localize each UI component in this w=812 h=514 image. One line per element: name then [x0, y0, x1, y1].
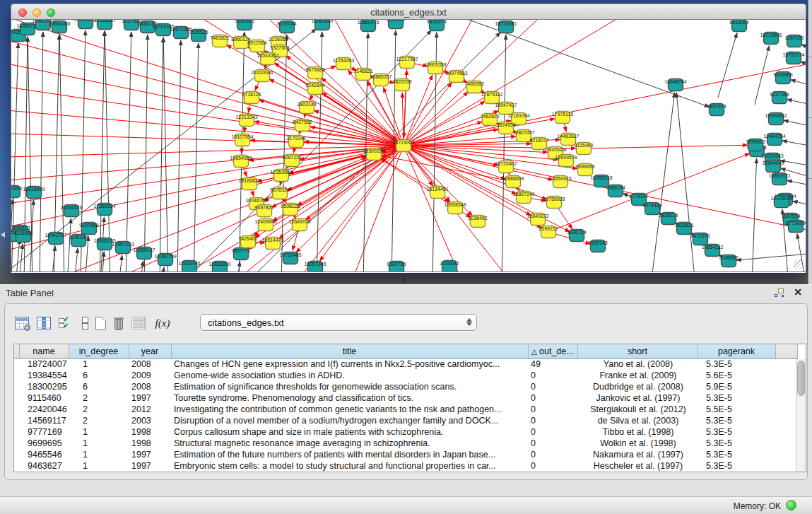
network-edge[interactable]	[247, 146, 404, 250]
cell-pagerank: 5.3E-5	[698, 438, 775, 449]
network-edge[interactable]	[801, 45, 806, 52]
network-edge[interactable]	[19, 244, 23, 272]
table-row[interactable]: 969969511998Structural magnetic resonanc…	[14, 438, 797, 449]
network-edge[interactable]	[676, 93, 695, 272]
column-header-title[interactable]: title	[171, 344, 528, 358]
network-edge[interactable]	[782, 141, 806, 147]
row-filler	[775, 449, 797, 460]
network-edge[interactable]	[11, 146, 404, 158]
network-node-label: 18107554	[231, 134, 253, 139]
table-settings-icon[interactable]	[15, 317, 29, 329]
dropdown-stepper-icon	[466, 317, 472, 327]
column-header-short[interactable]: short	[577, 344, 698, 358]
network-edge[interactable]	[161, 267, 164, 272]
network-edge[interactable]	[140, 261, 143, 272]
function-builder-icon[interactable]: f(x)	[153, 317, 172, 329]
column-header-in_degree[interactable]: in_degree	[69, 344, 129, 358]
network-edge[interactable]	[126, 32, 131, 272]
table-scrollbar-thumb[interactable]	[797, 361, 805, 396]
network-edge[interactable]	[67, 218, 71, 272]
network-edge[interactable]	[402, 93, 404, 146]
table-row[interactable]: 1872400712008Changes of HCN gene express…	[14, 358, 797, 370]
network-node-label: 2620650	[11, 186, 23, 191]
network-edge[interactable]	[382, 156, 513, 182]
cell-short: Yano et al. (2008)	[577, 358, 698, 370]
column-header-year[interactable]: year	[129, 344, 171, 358]
panel-collapse-arrow[interactable]	[1, 232, 5, 238]
table-row[interactable]: 911546021997Tourette syndrome. Phenomeno…	[14, 392, 797, 404]
column-header-pagerank[interactable]: pagerank	[698, 344, 775, 358]
network-edge[interactable]	[11, 146, 404, 257]
cell-out_de: 0	[528, 426, 577, 438]
new-table-icon[interactable]	[95, 317, 106, 330]
cell-year: 2009	[129, 370, 171, 381]
table-scrollbar[interactable]	[796, 359, 806, 472]
network-edge[interactable]	[787, 99, 806, 106]
network-edge[interactable]	[40, 32, 43, 272]
network-edge[interactable]	[584, 145, 748, 148]
network-edge[interactable]	[160, 37, 163, 272]
table-selector-dropdown[interactable]: citations_edges.txt	[200, 314, 477, 331]
network-edge[interactable]	[100, 31, 105, 272]
cell-year: 2003	[129, 415, 171, 426]
row-margin	[14, 358, 19, 370]
network-edge[interactable]	[404, 146, 806, 232]
delete-table-icon[interactable]	[114, 317, 124, 330]
network-edge[interactable]	[791, 80, 806, 87]
network-edge[interactable]	[784, 120, 806, 127]
network-edge[interactable]	[502, 35, 506, 272]
table-row[interactable]: 946362711997Embryonic stem cells: a mode…	[14, 460, 797, 472]
column-header-out_de[interactable]: △out_de...	[528, 344, 577, 358]
rows-icon[interactable]	[81, 317, 88, 329]
cell-pagerank: 5.9E-5	[698, 381, 775, 392]
network-node-label: 10953287	[93, 20, 115, 23]
select-columns-icon[interactable]	[37, 317, 51, 329]
network-edge[interactable]	[11, 20, 404, 146]
network-edge[interactable]	[16, 239, 20, 272]
cell-title: Disruption of a novel member of a sodium…	[171, 415, 528, 426]
table-row[interactable]: 1456911722003Disruption of a novel membe…	[14, 415, 797, 426]
table-row[interactable]: 946554611997Estimation of the future num…	[14, 449, 797, 460]
table-row[interactable]: 1830029562008Estimation of significance …	[14, 381, 797, 392]
window-resize-grip[interactable]	[794, 259, 804, 269]
network-edge[interactable]	[119, 255, 122, 272]
network-edge[interactable]	[752, 158, 757, 272]
memory-status-indicator[interactable]	[786, 500, 796, 510]
network-edge[interactable]	[144, 35, 148, 272]
float-panel-icon[interactable]	[775, 288, 784, 297]
network-node-label: 6779197	[629, 194, 648, 199]
network-view-canvas[interactable]: 1643505114055724194425702069140620534812…	[11, 20, 806, 272]
network-window[interactable]: citations_edges.txt 16435051140557241944…	[11, 4, 806, 273]
window-titlebar[interactable]: citations_edges.txt	[11, 4, 806, 20]
network-edge[interactable]	[651, 93, 675, 272]
import-table-icon[interactable]	[131, 317, 146, 329]
network-edge[interactable]	[718, 33, 737, 98]
column-header-name[interactable]: name	[19, 344, 69, 358]
network-edge[interactable]	[177, 40, 181, 272]
citation-network-graph[interactable]: 1643505114055724194425702069140620534812…	[11, 20, 806, 272]
table-panel: Table Panel ✕ f(x) citations_edges.txt n…	[0, 284, 812, 514]
network-edge[interactable]	[780, 160, 806, 167]
network-edge[interactable]	[314, 110, 404, 146]
table-row[interactable]: 2242004622012Investigating the contribut…	[14, 404, 797, 415]
table-row[interactable]: 1938455462009Genome-wide association stu…	[14, 370, 797, 381]
network-node-label: 9497822	[254, 205, 273, 210]
network-edge[interactable]	[787, 180, 806, 187]
network-edge[interactable]	[74, 248, 78, 272]
network-edge[interactable]	[11, 59, 404, 146]
network-edge[interactable]	[404, 146, 506, 180]
cell-pagerank: 5.6E-5	[698, 370, 775, 381]
network-edge[interactable]	[793, 201, 806, 206]
network-node-label: 2226058	[269, 37, 288, 42]
select-attributes-icon[interactable]	[59, 317, 73, 329]
network-node-label: 3824554	[496, 122, 515, 127]
network-node-label: 16047427	[495, 103, 517, 107]
table-row[interactable]: 977716911998Corpus callosum shape and si…	[14, 426, 797, 438]
network-edge[interactable]	[755, 46, 769, 105]
close-panel-icon[interactable]: ✕	[794, 287, 802, 297]
cell-pagerank: 5.5E-5	[698, 404, 775, 415]
network-edge[interactable]	[11, 146, 404, 232]
network-edge[interactable]	[380, 158, 455, 208]
network-edge[interactable]	[11, 133, 404, 146]
network-edge[interactable]	[351, 146, 404, 272]
